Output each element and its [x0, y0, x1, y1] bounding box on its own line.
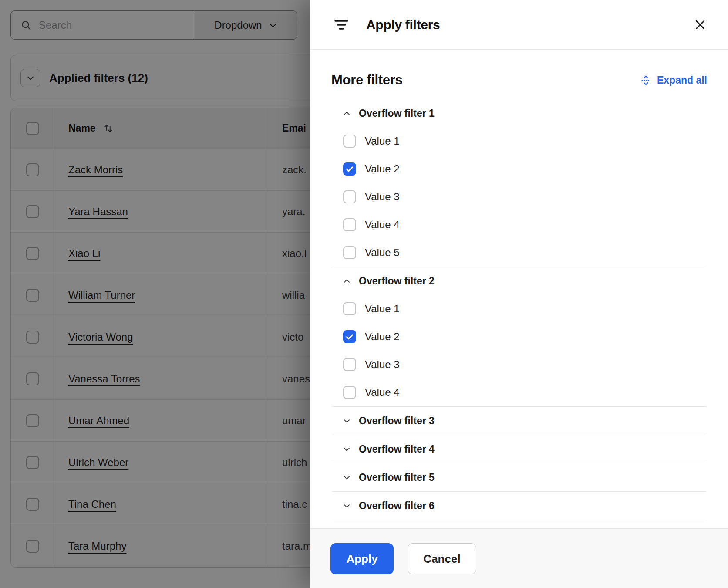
checkbox[interactable]: [343, 358, 356, 371]
filter-option[interactable]: Value 1: [331, 295, 707, 323]
filter-option-label: Value 3: [365, 191, 400, 203]
filter-option-label: Value 3: [365, 358, 400, 371]
chevron-up-icon: [343, 109, 351, 118]
chevron-down-icon: [343, 473, 351, 482]
filter-section-title: Overflow filter 6: [359, 500, 435, 512]
filter-option[interactable]: Value 3: [331, 351, 707, 378]
panel-footer: Apply Cancel: [310, 528, 728, 588]
filter-option-label: Value 4: [365, 219, 400, 231]
filter-option-label: Value 1: [365, 303, 400, 315]
filter-section-header[interactable]: Overflow filter 5: [331, 463, 707, 491]
filter-section-header[interactable]: Overflow filter 6: [331, 492, 707, 520]
filter-section-title: Overflow filter 5: [359, 472, 435, 483]
checkbox[interactable]: [343, 190, 356, 203]
filter-option-label: Value 5: [365, 247, 400, 259]
checkbox[interactable]: [343, 135, 356, 148]
more-filters-row: More filters Expand all: [331, 72, 707, 88]
apply-filters-panel: Apply filters More filters: [310, 0, 728, 588]
filter-option[interactable]: Value 1: [331, 127, 707, 155]
filter-option[interactable]: Value 5: [331, 239, 707, 267]
checkbox[interactable]: [343, 386, 356, 399]
filter-option[interactable]: Value 4: [331, 211, 707, 239]
filter-section-header[interactable]: Overflow filter 1: [331, 99, 707, 127]
filter-section-title: Overflow filter 4: [359, 443, 435, 455]
panel-body: More filters Expand all: [310, 50, 728, 528]
chevron-up-icon: [343, 277, 351, 285]
close-button[interactable]: [690, 14, 711, 35]
filter-option[interactable]: Value 2: [331, 323, 707, 351]
divider: [332, 520, 706, 520]
filter-section-title: Overflow filter 2: [359, 275, 435, 287]
filter-section-header[interactable]: Overflow filter 3: [331, 407, 707, 435]
filter-section-title: Overflow filter 3: [359, 415, 435, 427]
apply-button[interactable]: Apply: [330, 543, 394, 574]
checkbox[interactable]: [343, 218, 356, 231]
filter-section-header[interactable]: Overflow filter 2: [331, 267, 707, 295]
filter-section-header[interactable]: Overflow filter 4: [331, 435, 707, 463]
screen: Search Dropdown Applied filters (1: [0, 0, 728, 588]
chevron-down-icon: [343, 445, 351, 453]
filter-section-title: Overflow filter 1: [359, 108, 435, 119]
chevron-down-icon: [343, 502, 351, 510]
more-filters-heading: More filters: [331, 72, 402, 88]
filter-option-label: Value 2: [365, 331, 400, 343]
filter-lines-icon: [334, 19, 349, 30]
panel-title: Apply filters: [366, 17, 440, 32]
checkbox[interactable]: [343, 162, 356, 176]
checkbox[interactable]: [343, 246, 356, 259]
checkbox[interactable]: [343, 302, 356, 315]
filter-option[interactable]: Value 3: [331, 183, 707, 211]
filter-option-label: Value 2: [365, 163, 400, 175]
filter-option[interactable]: Value 4: [331, 378, 707, 406]
expand-all-link[interactable]: Expand all: [640, 74, 707, 86]
chevron-down-icon: [343, 417, 351, 425]
cancel-button[interactable]: Cancel: [408, 543, 476, 574]
filter-option[interactable]: Value 2: [331, 155, 707, 183]
expand-all-label: Expand all: [657, 74, 707, 86]
checkbox[interactable]: [343, 330, 356, 343]
filter-option-label: Value 1: [365, 135, 400, 147]
filter-option-label: Value 4: [365, 386, 400, 399]
panel-header: Apply filters: [310, 0, 728, 50]
filter-sections: Overflow filter 1 Value 1 Value 2 Value …: [331, 99, 707, 520]
expand-all-icon: [640, 74, 652, 86]
